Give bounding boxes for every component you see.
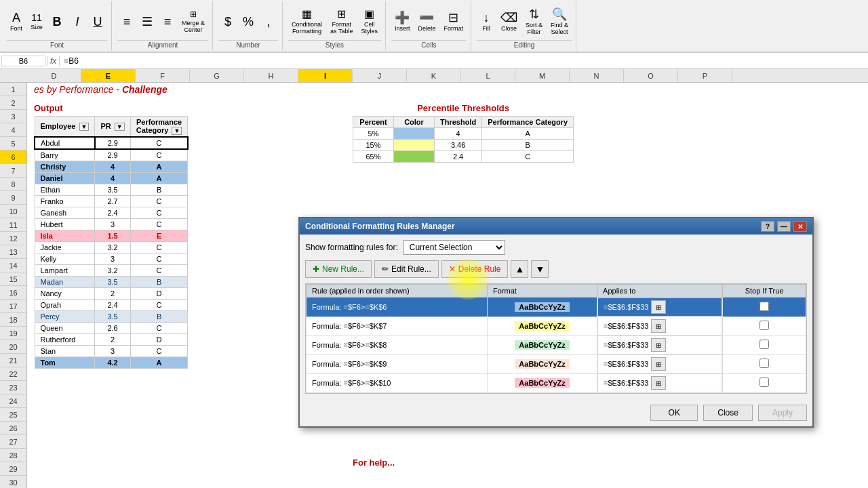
fill-btn[interactable]: ↓ Fill [477, 5, 496, 39]
cf-close-btn[interactable]: ✕ [793, 221, 807, 232]
cf-rule-row-1[interactable]: Formula: =$F6>=$K$7AaBbCcYyZz=$E$6:$F$33… [307, 317, 806, 336]
cf-format-3: AaBbCcYyZz [488, 354, 597, 373]
row-num-23: 23 [0, 381, 26, 394]
output-row-ethan[interactable]: Ethan3.5B [35, 184, 188, 196]
cf-edit-icon-3[interactable]: ⊞ [651, 357, 666, 371]
cf-delete-rule-btn[interactable]: ✕ Delete Rule [441, 260, 509, 278]
output-row-oprah[interactable]: Oprah2.4C [35, 300, 188, 311]
employee-filter-btn[interactable]: ▼ [79, 123, 90, 131]
cf-stop-checkbox-4[interactable] [760, 378, 769, 387]
cell-category-6: C [130, 207, 188, 219]
insert-btn[interactable]: ➕ Insert [391, 5, 414, 39]
find-select-btn[interactable]: 🔍 Find &Select [547, 5, 572, 39]
percent-btn[interactable]: % [239, 5, 258, 39]
cell-employee-4: Ethan [35, 184, 95, 196]
cell-category-13: D [130, 288, 188, 300]
cf-stop-checkbox-1[interactable] [760, 321, 769, 330]
cf-ok-btn[interactable]: OK [650, 405, 698, 421]
sheet-title: es by Performance - Challenge [34, 84, 167, 95]
output-row-tom[interactable]: Tom4.2A [35, 357, 188, 369]
pct-threshold-1: 4 [435, 128, 482, 140]
sort-filter-btn[interactable]: ⇅ Sort &Filter [522, 5, 546, 39]
cf-col-rule: Rule (applied in order shown) [307, 285, 488, 298]
align-left-btn[interactable]: ≡ [117, 5, 136, 39]
cf-edit-icon-2[interactable]: ⊞ [651, 338, 666, 352]
clear-btn[interactable]: ⌫ Close [497, 5, 521, 39]
row-num-30: 30 [0, 476, 26, 488]
row-num-24: 24 [0, 394, 26, 408]
comma-btn[interactable]: , [259, 5, 278, 39]
col-header-E: E [81, 69, 136, 82]
output-row-rutherford[interactable]: Rutherford2D [35, 334, 188, 346]
output-row-daniel[interactable]: Daniel4A [35, 173, 188, 184]
output-row-percy[interactable]: Percy3.5B [35, 311, 188, 323]
font-name-btn[interactable]: A Font [7, 5, 26, 39]
output-row-nancy[interactable]: Nancy2D [35, 288, 188, 300]
output-row-isla[interactable]: Isla1.5E [35, 230, 188, 242]
cf-stop-checkbox-0[interactable] [760, 302, 769, 311]
output-row-queen[interactable]: Queen2.6C [35, 323, 188, 334]
output-row-abdul[interactable]: Abdul2.9C [35, 137, 188, 149]
cf-new-rule-btn[interactable]: ✚ New Rule... [305, 260, 372, 278]
italic-btn[interactable]: I [68, 5, 87, 39]
align-center-btn[interactable]: ☰ [138, 5, 157, 39]
output-row-madan[interactable]: Madan3.5B [35, 277, 188, 288]
category-filter-btn[interactable]: ▼ [172, 127, 182, 135]
row-num-15: 15 [0, 272, 26, 286]
cf-close-footer-btn[interactable]: Close [703, 405, 753, 421]
font-size-btn[interactable]: 11 Size [27, 5, 46, 39]
cf-edit-icon-1[interactable]: ⊞ [651, 319, 666, 333]
output-row-ganesh[interactable]: Ganesh2.4C [35, 207, 188, 219]
cf-edit-icon-4[interactable]: ⊞ [651, 376, 666, 390]
output-row-barry[interactable]: Barry2.9C [35, 149, 188, 161]
cf-show-rules-row: Show formatting rules for: Current Selec… [305, 240, 807, 255]
output-table: Employee ▼ PR ▼ PerformanceCategory ▼ Ab… [34, 116, 189, 369]
cf-edit-rule-btn[interactable]: ✏ Edit Rule... [374, 260, 439, 278]
output-row-franko[interactable]: Franko2.7C [35, 196, 188, 207]
cf-move-up-btn[interactable]: ▲ [511, 260, 528, 278]
cf-applies-text-4: =$E$6:$F$33 [604, 379, 648, 387]
cf-applies-text-1: =$E$6:$F$33 [604, 322, 648, 330]
cf-move-down-btn[interactable]: ▼ [531, 260, 549, 278]
formula-content[interactable]: =B6 [61, 56, 867, 66]
cf-rule-row-2[interactable]: Formula: =$F6>=$K$8AaBbCcYyZz=$E$6:$F$33… [307, 336, 806, 354]
cf-rule-row-3[interactable]: Formula: =$F6>=$K$9AaBbCcYyZz=$E$6:$F$33… [307, 354, 806, 373]
output-row-lampart[interactable]: Lampart3.2C [35, 265, 188, 277]
bold-btn[interactable]: B [47, 5, 66, 39]
editing-group-label: Editing [477, 40, 572, 49]
cf-edit-icon-0[interactable]: ⊞ [651, 300, 666, 314]
cell-pr-19: 4.2 [95, 357, 130, 369]
alignment-buttons: ≡ ☰ ≡ ⊞ Merge &Center [117, 3, 208, 40]
cells-group-label: Cells [391, 40, 467, 49]
pr-filter-btn[interactable]: ▼ [115, 123, 125, 131]
cf-help-btn[interactable]: ? [761, 221, 774, 232]
formula-bar: B6 fx =B6 [0, 53, 868, 69]
cell-styles-btn[interactable]: ▣ CellStyles [357, 5, 381, 39]
cf-show-rules-dropdown[interactable]: Current Selection [403, 240, 505, 255]
delete-btn[interactable]: ➖ Delete [414, 5, 439, 39]
output-row-christy[interactable]: Christy4A [35, 161, 188, 173]
col-header-M: M [515, 69, 570, 82]
cf-rule-row-0[interactable]: Formula: =$F6>=$K$6AaBbCcYyZz=$E$6:$F$33… [307, 298, 806, 317]
cell-pr-3: 4 [95, 173, 130, 184]
output-row-hubert[interactable]: Hubert3C [35, 219, 188, 230]
cf-rule-row-4[interactable]: Formula: =$F6>=$K$10AaBbCcYyZz=$E$6:$F$3… [307, 373, 806, 392]
row-num-6: 6 [0, 150, 26, 164]
output-row-stan[interactable]: Stan3C [35, 346, 188, 357]
cf-apply-btn[interactable]: Apply [758, 405, 807, 421]
output-row-jackie[interactable]: Jackie3.2C [35, 242, 188, 253]
conditional-formatting-btn[interactable]: ▦ ConditionalFormatting [288, 5, 326, 39]
cell-reference-box[interactable]: B6 [1, 56, 45, 66]
underline-btn[interactable]: U [88, 5, 107, 39]
currency-btn[interactable]: $ [218, 5, 237, 39]
pct-percent-1: 5% [353, 128, 394, 140]
cf-minimize-btn[interactable]: — [777, 221, 791, 232]
alignment-group-label: Alignment [117, 40, 208, 49]
format-btn[interactable]: ⊟ Format [440, 5, 467, 39]
output-row-kelly[interactable]: Kelly3C [35, 253, 188, 265]
cf-stop-checkbox-2[interactable] [760, 340, 769, 349]
format-as-table-btn[interactable]: ⊞ Formatas Table [327, 5, 356, 39]
cf-stop-checkbox-3[interactable] [760, 359, 769, 368]
align-right-btn[interactable]: ≡ [158, 5, 177, 39]
merge-center-btn[interactable]: ⊞ Merge &Center [178, 5, 208, 39]
